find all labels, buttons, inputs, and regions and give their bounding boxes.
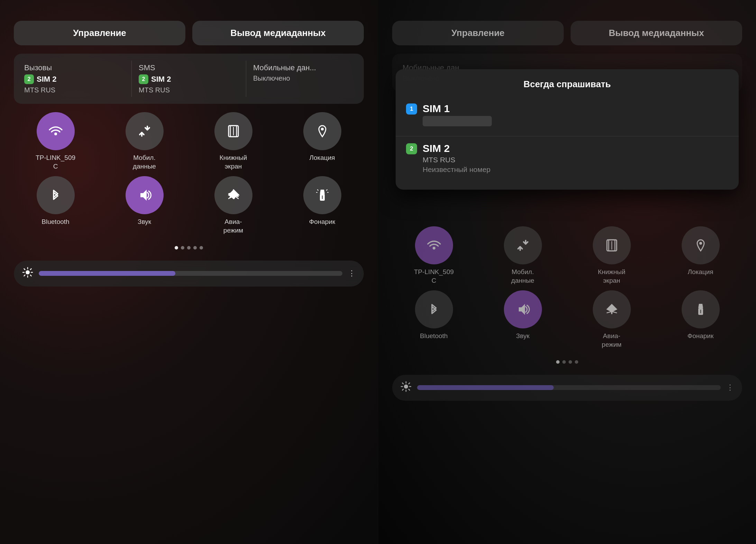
flashlight-label-left: Фонарик: [309, 218, 335, 226]
sim-row-left: Вызовы 2 SIM 2 MTS RUS SMS 2 SIM 2 MTS R…: [14, 54, 364, 104]
svg-line-6: [317, 190, 318, 190]
location-icon-right: [682, 226, 720, 264]
dropdown-sim2-item[interactable]: 2 SIM 2 MTS RUS Неизвестный номер: [396, 136, 739, 180]
brightness-icon-right: [400, 381, 412, 395]
flashlight-item-left[interactable]: Фонарик: [280, 176, 364, 235]
svg-point-3: [321, 128, 324, 130]
sim2-info: SIM 2 MTS RUS Неизвестный номер: [423, 143, 490, 174]
sim-sms-cell[interactable]: SMS 2 SIM 2 MTS RUS: [132, 61, 246, 97]
sim2-number: Неизвестный номер: [423, 165, 490, 174]
wifi-icon-left: [37, 112, 75, 150]
airplane-item-left[interactable]: Авиа-режим: [192, 176, 275, 235]
sim-sms-badge-row: 2 SIM 2: [139, 74, 239, 84]
brightness-slider-left[interactable]: ⋮: [14, 261, 364, 287]
mobile-data-item-left[interactable]: Мобил.данные: [103, 112, 186, 171]
airplane-label-right: Авиа-режим: [602, 332, 621, 349]
brightness-slider-right[interactable]: ⋮: [392, 375, 742, 401]
airplane-item-right[interactable]: Авиа-режим: [570, 290, 653, 349]
mobile-data-item-right[interactable]: Мобил.данные: [481, 226, 564, 285]
dot-3-right: [569, 360, 572, 364]
dropdown-sim1-item[interactable]: 1 SIM 1: [396, 97, 739, 136]
sim1-name: SIM 1: [423, 103, 492, 115]
svg-rect-23: [611, 311, 612, 314]
svg-line-34: [403, 389, 404, 390]
svg-point-22: [699, 242, 702, 245]
svg-line-17: [30, 269, 31, 270]
location-item-left[interactable]: Локация: [280, 112, 364, 171]
svg-line-15: [24, 269, 25, 270]
brightness-fill-left: [39, 271, 175, 276]
brightness-menu-left[interactable]: ⋮: [348, 269, 356, 278]
sim1-blurred: [423, 116, 492, 126]
brightness-track-left[interactable]: [39, 271, 342, 276]
sim-calls-carrier: MTS RUS: [24, 86, 125, 94]
flashlight-label-right: Фонарик: [688, 332, 714, 341]
wifi-icon-right: [415, 226, 453, 264]
svg-point-26: [404, 384, 408, 389]
svg-line-16: [30, 275, 31, 276]
wifi-item-left[interactable]: TP-LINK_509С: [14, 112, 97, 171]
location-icon-left: [303, 112, 341, 150]
manage-button-left[interactable]: Управление: [14, 21, 185, 45]
icon-grid-left: TP-LINK_509С Мобил.данные: [14, 112, 364, 235]
sim-mobile-cell-left[interactable]: Мобильные дан... Выключено: [246, 61, 360, 97]
bluetooth-item-right[interactable]: Bluetooth: [392, 290, 476, 349]
sound-label-right: Звук: [516, 332, 529, 341]
sim-calls-label: Вызовы: [24, 63, 125, 72]
sound-item-right[interactable]: Звук: [481, 290, 564, 349]
sim-sms-carrier: MTS RUS: [139, 86, 239, 94]
mobile-data-label-left: Мобил.данные: [133, 154, 156, 171]
wifi-item-right[interactable]: TP-LINK_509С: [392, 226, 476, 285]
manage-button-right[interactable]: Управление: [392, 21, 564, 45]
bluetooth-label-left: Bluetooth: [42, 218, 69, 226]
dot-2-right: [562, 360, 566, 364]
book-item-left[interactable]: Книжныйэкран: [192, 112, 275, 171]
sound-icon-left: [126, 176, 164, 214]
airplane-icon-right: [593, 290, 631, 328]
bluetooth-icon-right: [415, 290, 453, 328]
bluetooth-icon-left: [37, 176, 75, 214]
sound-item-left[interactable]: Звук: [103, 176, 186, 235]
left-panel: Управление Вывод медиаданных Вызовы 2 SI…: [0, 0, 378, 544]
brightness-menu-right[interactable]: ⋮: [726, 383, 734, 392]
sim-sms-label: SMS: [139, 63, 239, 72]
dot-5-left: [200, 246, 203, 250]
page-dots-right: [392, 357, 742, 366]
svg-line-33: [409, 383, 410, 384]
svg-line-18: [24, 275, 25, 276]
wifi-label-right: TP-LINK_509С: [414, 268, 454, 285]
sim2-name: SIM 2: [423, 143, 490, 154]
dot-4-right: [575, 360, 578, 364]
icon-grid-right: TP-LINK_509С Мобил.данные: [392, 226, 742, 349]
location-label-right: Локация: [688, 268, 713, 276]
sim-dropdown[interactable]: Всегда спрашивать 1 SIM 1 2 SIM 2 MTS RU…: [396, 69, 739, 190]
sim2-badge: 2: [406, 143, 417, 154]
svg-line-31: [403, 383, 404, 384]
dot-3-left: [187, 246, 191, 250]
book-item-right[interactable]: Книжныйэкран: [570, 226, 653, 285]
book-label-left: Книжныйэкран: [220, 154, 247, 171]
media-output-button-left[interactable]: Вывод медиаданных: [192, 21, 364, 45]
top-buttons-right: Управление Вывод медиаданных: [392, 21, 742, 45]
sim-mobile-label-left: Мобильные дан...: [253, 63, 353, 72]
dot-2-left: [181, 246, 184, 250]
mobile-data-icon-left: [126, 112, 164, 150]
bluetooth-item-left[interactable]: Bluetooth: [14, 176, 97, 235]
location-item-right[interactable]: Локация: [659, 226, 742, 285]
dot-1-right: [556, 360, 560, 364]
flashlight-item-right[interactable]: Фонарик: [659, 290, 742, 349]
brightness-track-right[interactable]: [417, 385, 721, 390]
book-icon-left: [214, 112, 252, 150]
flashlight-icon-right: [682, 290, 720, 328]
right-panel: Всегда спрашивать 1 SIM 1 2 SIM 2 MTS RU…: [378, 0, 756, 544]
sound-icon-right: [504, 290, 542, 328]
sound-label-left: Звук: [138, 218, 151, 226]
sim-calls-cell[interactable]: Вызовы 2 SIM 2 MTS RUS: [17, 61, 132, 97]
sim-mobile-status-left: Выключено: [253, 74, 353, 82]
sim-calls-name: SIM 2: [37, 75, 56, 84]
brightness-icon-left: [22, 267, 33, 280]
airplane-icon-left: [214, 176, 252, 214]
sim2-badge-calls: 2: [24, 74, 34, 84]
media-output-button-right[interactable]: Вывод медиаданных: [571, 21, 742, 45]
top-buttons-left: Управление Вывод медиаданных: [14, 21, 364, 45]
